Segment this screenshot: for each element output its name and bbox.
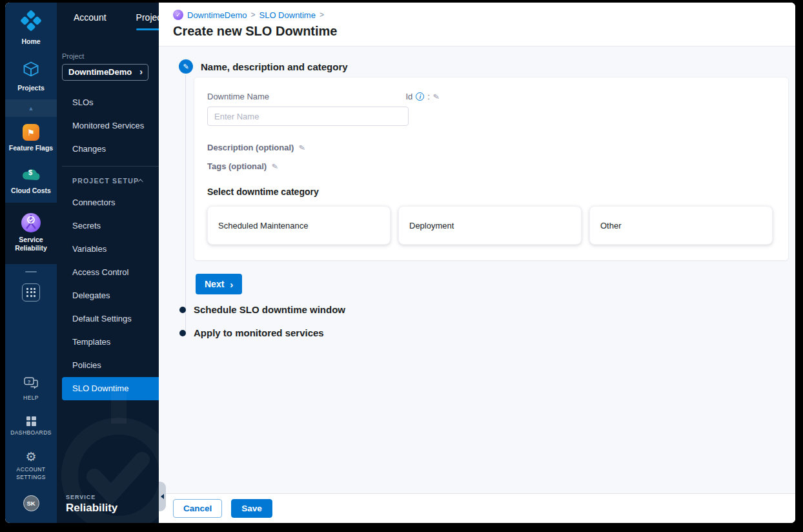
feature-flags-icon: ⚑ [23, 124, 39, 141]
wizard-body: ✎ Name, description and category Downtim… [159, 46, 795, 493]
help-chat-icon: ? [24, 377, 38, 391]
action-footer: Cancel Save [159, 493, 795, 523]
sidebar-item-delegates[interactable]: Delegates [57, 284, 159, 307]
info-icon[interactable]: i [416, 92, 424, 101]
collapse-left-icon [161, 494, 164, 499]
dashboards-button[interactable]: DASHBOARDS [5, 409, 57, 444]
downtime-name-input[interactable] [207, 107, 409, 126]
sidebar-divider [62, 166, 159, 167]
sidebar-item-slos[interactable]: SLOs [57, 91, 159, 114]
description-label: Description (optional) [207, 143, 294, 152]
project-setup-label: PROJECT SETUP [72, 177, 139, 185]
step-3-ring-icon [179, 330, 186, 336]
nav-feature-flags-label: Feature Flags [9, 144, 53, 152]
nav-projects-label: Projects [17, 84, 44, 92]
edit-tags-icon[interactable]: ✎ [271, 161, 279, 171]
sidebar-item-policies[interactable]: Policies [57, 354, 159, 377]
tab-account[interactable]: Account [74, 12, 107, 30]
sidebar-footer: SERVICE Reliability [57, 494, 159, 523]
dashboards-label: DASHBOARDS [10, 429, 52, 436]
save-button[interactable]: Save [231, 499, 272, 518]
sidebar-item-connectors[interactable]: Connectors [57, 191, 159, 214]
nav-projects[interactable]: Projects [5, 53, 57, 99]
project-setup-section-toggle[interactable]: PROJECT SETUP [57, 169, 159, 191]
nav-feature-flags[interactable]: ⚑ Feature Flags [5, 117, 57, 159]
category-card-scheduled-maintenance[interactable]: Scheduled Maintenance [207, 206, 391, 245]
sidebar-item-access-control[interactable]: Access Control [57, 261, 159, 284]
category-card-deployment[interactable]: Deployment [398, 206, 582, 245]
category-card-other[interactable]: Other [589, 206, 773, 245]
stepper-connector [185, 75, 186, 334]
project-name: DowntimeDemo [68, 67, 132, 77]
step-2-header[interactable]: Schedule SLO downtime window [179, 304, 345, 315]
module-kicker: SERVICE [66, 494, 159, 500]
step-3-title: Apply to monitored services [194, 327, 324, 338]
main-content: ✓ DowntimeDemo > SLO Downtime > Create n… [159, 3, 795, 523]
step-2-title: Schedule SLO downtime window [194, 304, 345, 315]
sidebar-item-slo-downtime[interactable]: SLO Downtime [62, 377, 159, 400]
divider-handle-icon [25, 271, 37, 272]
category-card-label: Deployment [409, 221, 454, 230]
sidebar-item-monitored-services[interactable]: Monitored Services [57, 114, 159, 138]
step-1-title: Name, description and category [201, 61, 348, 72]
next-button[interactable]: Next › [196, 274, 242, 294]
nav-home-label: Home [21, 37, 40, 46]
help-label: HELP [23, 394, 39, 402]
avatar[interactable]: SK [23, 495, 39, 511]
tags-row[interactable]: Tags (optional) ✎ [207, 161, 773, 171]
sidebar-item-templates[interactable]: Templates [57, 331, 159, 354]
module-divider[interactable] [5, 264, 57, 280]
edit-id-icon[interactable]: ✎ [432, 92, 440, 101]
tags-label: Tags (optional) [207, 161, 267, 171]
category-section-label: Select downtime category [207, 187, 773, 197]
sidebar-item-variables[interactable]: Variables [57, 238, 159, 261]
sidebar-item-default-settings[interactable]: Default Settings [57, 307, 159, 331]
step-3-header[interactable]: Apply to monitored services [179, 327, 324, 338]
project-selector[interactable]: DowntimeDemo › [62, 64, 148, 81]
grid-icon [22, 283, 40, 302]
sidebar-item-changes[interactable]: Changes [57, 138, 159, 161]
nav-cloud-costs[interactable]: $ Cloud Costs [5, 159, 57, 202]
service-reliability-icon [21, 213, 41, 232]
project-sidebar: Account Project Project DowntimeDemo › S… [57, 3, 159, 523]
dashboards-icon [26, 416, 36, 426]
downtime-name-label: Downtime Name [207, 92, 269, 101]
nav-service-reliability-label: Service Reliability [11, 236, 51, 252]
sidebar-collapse-button[interactable] [159, 482, 166, 511]
account-settings-button[interactable]: ⚙ ACCOUNT SETTINGS [5, 444, 57, 488]
project-selector-label: Project [62, 52, 159, 60]
breadcrumb: ✓ DowntimeDemo > SLO Downtime > [173, 10, 795, 20]
sidebar-item-secrets[interactable]: Secrets [57, 214, 159, 238]
category-card-label: Other [600, 221, 622, 230]
description-row[interactable]: Description (optional) ✎ [207, 143, 773, 152]
chevron-right-icon: › [230, 280, 233, 289]
next-button-label: Next [205, 279, 224, 289]
step-1-header[interactable]: ✎ Name, description and category [179, 59, 348, 74]
id-label: Id [405, 92, 412, 101]
breadcrumb-separator: > [320, 10, 324, 19]
nav-service-reliability[interactable]: Service Reliability [5, 203, 57, 264]
app-window: Home Projects ▲ ⚑ Feature Flags $ Cloud … [5, 3, 795, 523]
cloud-costs-icon: $ [21, 167, 41, 183]
id-cluster: Id i : ✎ [405, 92, 440, 101]
module-title: Reliability [66, 502, 159, 515]
module-picker-button[interactable] [5, 280, 57, 305]
breadcrumb-project-link[interactable]: DowntimeDemo [187, 10, 247, 20]
gear-icon: ⚙ [25, 451, 36, 463]
module-badge-icon: ✓ [173, 10, 183, 20]
svg-text:?: ? [28, 379, 31, 385]
breadcrumb-page-link[interactable]: SLO Downtime [259, 10, 316, 20]
breadcrumb-separator: > [250, 10, 255, 19]
user-menu[interactable]: SK [5, 488, 57, 523]
cancel-button[interactable]: Cancel [173, 499, 222, 518]
chevron-right-icon: › [139, 67, 143, 76]
nav-home[interactable]: Home [5, 3, 57, 53]
page-header: ✓ DowntimeDemo > SLO Downtime > Create n… [159, 3, 795, 46]
module-nav: Home Projects ▲ ⚑ Feature Flags $ Cloud … [5, 3, 57, 523]
scope-tabs: Account Project [57, 3, 159, 30]
category-card-label: Scheduled Maintenance [218, 221, 309, 230]
help-button[interactable]: ? HELP [5, 370, 57, 409]
edit-description-icon[interactable]: ✎ [298, 143, 306, 152]
cube-icon [22, 60, 40, 81]
module-scroll-up[interactable]: ▲ [5, 99, 57, 117]
